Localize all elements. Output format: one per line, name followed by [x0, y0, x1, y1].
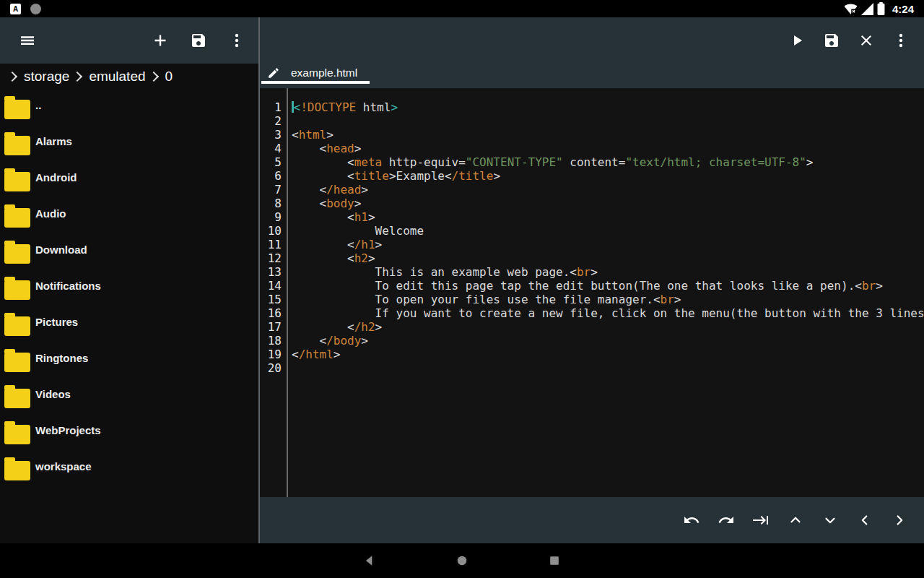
line-number: 12: [260, 251, 287, 265]
chevron-right-icon: [7, 72, 17, 82]
code-line: </h1>: [292, 238, 924, 251]
folder-name: Download: [35, 243, 87, 256]
file-list-item[interactable]: Notifications: [0, 270, 258, 306]
editor-bottom-toolbar: [260, 497, 924, 543]
code-line: This is an example web page.<br>: [292, 265, 924, 279]
play-icon: [788, 32, 806, 49]
breadcrumb-segment[interactable]: storage: [24, 69, 69, 85]
code-line: </h2>: [292, 320, 924, 334]
folder-icon: [4, 316, 30, 336]
hamburger-icon: [19, 32, 36, 49]
run-button[interactable]: [781, 23, 813, 58]
file-list-item[interactable]: Videos: [0, 379, 258, 415]
chevron-down-icon: [822, 512, 838, 528]
overflow-button[interactable]: [221, 23, 253, 58]
code-line: To open your files use the file manager.…: [292, 293, 924, 306]
status-notification-icons: A: [10, 4, 41, 14]
code-line: <h1>: [292, 210, 924, 224]
line-number: 15: [260, 293, 287, 306]
line-number: 20: [260, 361, 287, 375]
folder-icon: [4, 461, 30, 480]
chevron-up-icon: [788, 512, 803, 528]
line-number: 4: [260, 142, 287, 155]
breadcrumb: storageemulated0: [0, 64, 258, 90]
status-time: 4:24: [892, 3, 914, 15]
chevron-right-icon: [72, 72, 82, 82]
file-list-item[interactable]: ..: [0, 90, 258, 126]
code-editor[interactable]: 1234567891011121314151617181920 <!DOCTYP…: [260, 88, 924, 497]
code-line: If you want to create a new file, click …: [292, 306, 924, 320]
folder-icon: [4, 100, 30, 119]
breadcrumb-segment[interactable]: emulated: [89, 69, 145, 85]
tab-example-html[interactable]: example.html: [261, 64, 370, 84]
folder-icon: [4, 353, 30, 372]
save-icon: [823, 32, 840, 49]
chevron-left-button[interactable]: [847, 503, 882, 538]
code-lines[interactable]: <!DOCTYPE html><html> <head> <meta http-…: [292, 100, 924, 497]
file-list-item[interactable]: WebProjects: [0, 415, 258, 451]
back-button[interactable]: [352, 543, 387, 578]
save-button[interactable]: [183, 23, 214, 58]
line-number: 2: [260, 114, 287, 128]
recents-button[interactable]: [537, 543, 572, 578]
recents-icon: [547, 553, 562, 568]
line-number: 6: [260, 169, 287, 183]
line-number: 3: [260, 128, 287, 142]
status-system-icons: 4:24: [844, 2, 914, 15]
chevron-left-icon: [857, 512, 873, 528]
file-list-item[interactable]: Alarms: [0, 126, 258, 162]
android-nav-bar: [0, 543, 924, 578]
code-line: <h2>: [292, 251, 924, 265]
undo-button[interactable]: [674, 503, 709, 538]
file-list-item[interactable]: workspace: [0, 451, 258, 487]
cell-signal-icon: [861, 3, 873, 15]
close-button[interactable]: [850, 23, 882, 58]
file-list-item[interactable]: Download: [0, 234, 258, 270]
file-list-item[interactable]: Audio: [0, 198, 258, 234]
code-line: <html>: [292, 128, 924, 142]
code-line: [292, 361, 924, 375]
redo-button[interactable]: [709, 503, 744, 538]
save-button[interactable]: [816, 23, 847, 58]
chevron-right-button[interactable]: [882, 503, 917, 538]
folder-icon: [4, 425, 30, 444]
indent-button[interactable]: [744, 503, 778, 538]
breadcrumb-segment[interactable]: 0: [165, 69, 173, 85]
indent-icon: [752, 512, 770, 529]
status-bar: A 4:24: [0, 0, 924, 17]
android-screen: A 4:24 storageemulated0 ..AlarmsAndroidA…: [0, 0, 924, 578]
code-line: <!DOCTYPE html>: [292, 100, 924, 114]
line-number: 1: [260, 100, 287, 114]
code-line: <body>: [292, 197, 924, 210]
app-toolbar: [0, 17, 924, 64]
line-number: 5: [260, 155, 287, 169]
file-list: ..AlarmsAndroidAudioDownloadNotification…: [0, 90, 258, 487]
line-number: 10: [260, 224, 287, 238]
folder-name: WebProjects: [35, 424, 101, 436]
file-list-item[interactable]: Android: [0, 162, 258, 198]
chevron-up-button[interactable]: [778, 503, 813, 538]
code-line: [292, 114, 924, 128]
tab-label: example.html: [291, 66, 357, 79]
home-button[interactable]: [445, 543, 479, 578]
folder-name: Audio: [35, 207, 66, 220]
folder-name: Notifications: [35, 280, 101, 292]
line-number: 14: [260, 279, 287, 293]
home-icon: [455, 553, 469, 568]
overflow-button[interactable]: [885, 23, 917, 58]
menu-button[interactable]: [12, 23, 43, 58]
file-browser-sidebar: storageemulated0 ..AlarmsAndroidAudioDow…: [0, 64, 258, 543]
add-button[interactable]: [144, 23, 176, 58]
line-number: 16: [260, 306, 287, 320]
code-line: <title>Example</title>: [292, 169, 924, 183]
chevron-down-button[interactable]: [813, 503, 847, 538]
file-list-item[interactable]: Ringtones: [0, 342, 258, 379]
folder-icon: [4, 244, 30, 264]
folder-icon: [4, 136, 30, 155]
folder-icon: [4, 208, 30, 228]
back-icon: [362, 553, 377, 568]
chevron-right-icon: [148, 72, 158, 82]
kebab-menu-icon: [228, 32, 245, 49]
chevron-right-icon: [892, 512, 907, 528]
file-list-item[interactable]: Pictures: [0, 306, 258, 342]
